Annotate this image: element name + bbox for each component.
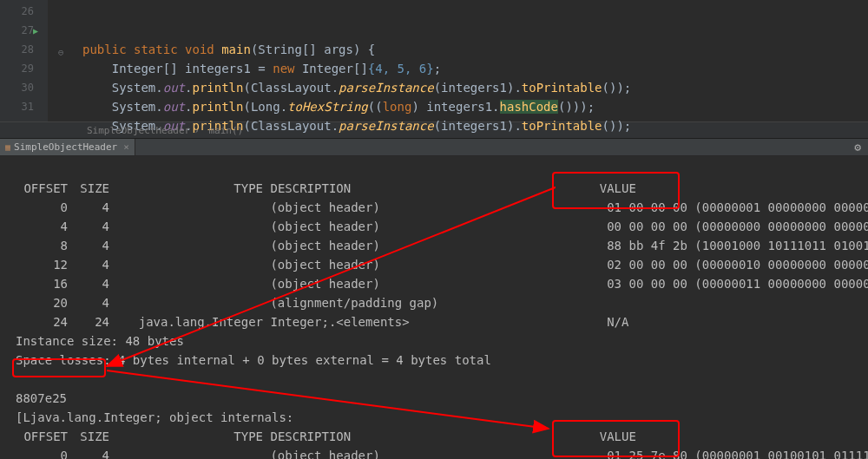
console-output[interactable]: OFFSETSIZE TYPE DESCRIPTION VALUE 04 (ob…	[0, 156, 868, 459]
line-number: 26	[0, 2, 34, 21]
breadcrumb-method[interactable]: main()	[205, 125, 247, 136]
number-literal: {4, 5, 6}	[368, 62, 434, 75]
field: out	[163, 100, 185, 114]
cell-value: 88 bb 4f 2b (10001000 10111011 01001111 …	[607, 239, 868, 252]
cell-offset: 0	[16, 446, 68, 459]
cell-value: 02 00 00 00 (00000010 00000000 00000000 …	[607, 258, 868, 272]
cell-size: 24	[68, 312, 109, 331]
method-call: toHexString	[287, 100, 368, 114]
class-ref: Long	[251, 100, 280, 114]
cell-desc: (alignment/padding gap)	[270, 296, 438, 310]
param: args	[324, 43, 353, 56]
cell-size: 4	[68, 274, 109, 293]
cell-desc: Integer;.<elements>	[270, 315, 409, 329]
cell-desc: (object header)	[270, 277, 379, 291]
cell-size: 4	[68, 446, 109, 459]
type-name: String	[258, 43, 302, 56]
cell-desc: (object header)	[270, 449, 379, 459]
code-editor[interactable]: 26 27 28 29 30 31 ▶ ⊖public static void …	[0, 0, 868, 121]
col-header: OFFSET	[16, 179, 68, 198]
col-header: SIZE	[68, 179, 109, 198]
type-name: Integer	[302, 62, 353, 75]
internals-header: [Ljava.lang.Integer; object internals:	[16, 410, 293, 424]
cell-value: 01 25 7e 80 (00000001 00100101 01111110 …	[607, 449, 868, 459]
variable: integers1	[426, 100, 492, 114]
cell-size: 4	[68, 255, 109, 274]
keyword: void	[185, 43, 214, 56]
cell-offset: 16	[16, 274, 68, 293]
col-header: DESCRIPTION	[270, 181, 351, 195]
col-header: VALUE	[600, 181, 636, 195]
cell-offset: 20	[16, 293, 68, 312]
cell-offset: 8	[16, 236, 68, 255]
run-tab[interactable]: ▦ SimpleObjectHeader ×	[0, 139, 135, 155]
cell-desc: (object header)	[270, 200, 379, 214]
method-call: println	[192, 81, 243, 95]
col-header: DESCRIPTION	[270, 429, 351, 443]
line-number: 30	[0, 78, 34, 97]
cell-size: 4	[68, 198, 109, 217]
cell-value: 00 00 00 00 (00000000 00000000 00000000 …	[607, 220, 868, 233]
cell-value: N/A	[607, 315, 628, 329]
cell-desc: (object header)	[270, 258, 379, 272]
cell-desc: (object header)	[270, 220, 379, 233]
space-losses-line: Space losses: 4 bytes internal + 0 bytes…	[16, 353, 491, 367]
cell-size: 4	[68, 293, 109, 312]
col-header: TYPE	[233, 429, 263, 443]
field: out	[163, 81, 185, 95]
method-call: parseInstance	[339, 81, 434, 95]
keyword: new	[273, 62, 294, 75]
type-name: Integer	[112, 62, 163, 75]
variable: integers1	[441, 81, 507, 95]
hash-output: 8807e25	[16, 391, 67, 405]
method-call: println	[192, 100, 243, 114]
run-tab-icon: ▦	[5, 142, 10, 152]
variable: integers1	[185, 62, 251, 75]
run-tab-label: SimpleObjectHeader	[14, 141, 117, 153]
line-number: 31	[0, 97, 34, 116]
col-header: OFFSET	[16, 427, 68, 446]
col-header: VALUE	[600, 429, 636, 443]
fold-icon[interactable]: ⊖	[58, 43, 64, 62]
class-ref: System	[112, 81, 156, 95]
line-number: 27	[0, 21, 34, 40]
line-number: 29	[0, 59, 34, 78]
cell-desc: (object header)	[270, 239, 379, 252]
keyword: static	[134, 43, 178, 56]
cell-value: 01 00 00 00 (00000001 00000000 00000000 …	[607, 200, 868, 214]
keyword: long	[383, 100, 412, 114]
class-ref: System	[112, 100, 156, 114]
cell-size: 4	[68, 217, 109, 236]
class-ref: ClassLayout	[251, 119, 332, 133]
method-call: toPrintable	[522, 119, 602, 133]
cell-offset: 0	[16, 198, 68, 217]
run-gutter-icon[interactable]: ▶	[33, 22, 38, 41]
cell-offset: 24	[16, 312, 68, 331]
cell-offset: 12	[16, 255, 68, 274]
cell-offset: 4	[16, 217, 68, 236]
method-name: main	[221, 43, 251, 56]
run-tab-bar: ▦ SimpleObjectHeader × ⚙	[0, 139, 868, 156]
cell-value: 03 00 00 00 (00000011 00000000 00000000 …	[607, 277, 868, 291]
breadcrumb-class[interactable]: SimpleObjectHeader	[83, 125, 194, 136]
method-call: toPrintable	[522, 81, 602, 95]
class-ref: ClassLayout	[251, 81, 332, 95]
col-header: SIZE	[68, 427, 109, 446]
editor-gutter: 26 27 28 29 30 31 ▶	[0, 0, 48, 121]
operator: =	[258, 62, 265, 75]
method-call: parseInstance	[339, 119, 434, 133]
col-header: TYPE	[233, 181, 263, 195]
code-content[interactable]: ⊖public static void main(String[] args) …	[48, 0, 868, 121]
line-number: 28	[0, 40, 34, 59]
cell-size: 4	[68, 236, 109, 255]
keyword: public	[82, 43, 127, 56]
method-call: hashCode	[500, 100, 558, 114]
variable: integers1	[441, 119, 507, 133]
close-tab-icon[interactable]: ×	[123, 141, 129, 153]
instance-size-line: Instance size: 48 bytes	[16, 334, 184, 348]
gear-icon[interactable]: ⚙	[854, 141, 861, 154]
cell-type: java.lang.Integer	[139, 315, 263, 329]
